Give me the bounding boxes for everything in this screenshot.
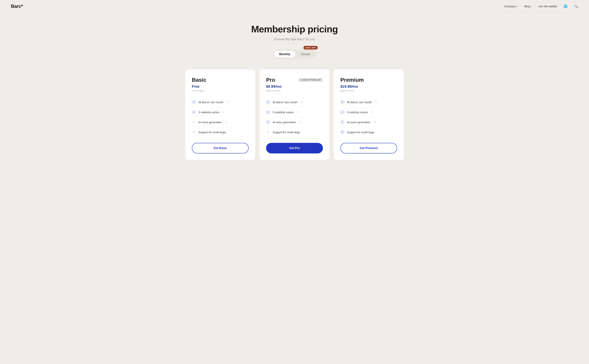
basic-plan-name: Basic [192, 77, 207, 83]
check-icon: ✓ [340, 110, 344, 114]
list-item: ✓ 5 celebrity voices ⓘ [192, 107, 249, 117]
basic-features-list: ✓ 5k Barcs* per month ⓘ ✓ 5 celebrity vo… [192, 97, 249, 137]
company-nav-link[interactable]: Company ▾ [504, 5, 518, 8]
check-icon: ✓ [340, 130, 344, 134]
check-icon: ✓ [266, 100, 270, 104]
join-waitlist-link[interactable]: Join the waitlist [538, 5, 557, 8]
premium-plan-name: Premium [340, 77, 364, 83]
list-item: ✓ 5 celebrity voices ⓘ [340, 107, 397, 117]
cross-icon: ✕ [192, 130, 196, 134]
check-icon: ✓ [340, 100, 344, 104]
check-icon: ✓ [192, 100, 196, 104]
navbar-right: Company ▾ Blog ▾ Join the waitlist 🌐 🔍 [504, 4, 578, 8]
info-icon: ⓘ [301, 100, 303, 104]
pro-price: $9.99/mo [266, 84, 323, 89]
list-item: ✓ 5k Barcs* per month ⓘ [266, 97, 323, 107]
pro-card-header: Pro ★ MOST POPULAR $9.99/mo billed month… [266, 77, 323, 92]
info-icon: ⓘ [225, 120, 227, 124]
company-chevron-icon: ▾ [517, 5, 518, 7]
premium-price-note: billed monthly [340, 89, 397, 92]
premium-price: $19.99/mo [340, 84, 397, 89]
list-item: ✕ AI voice generation ⓘ [192, 117, 249, 127]
info-icon: ⓘ [297, 110, 299, 114]
list-item: ✓ 5k Barcs* per month ⓘ [340, 97, 397, 107]
check-icon: ✓ [192, 110, 196, 114]
logo[interactable]: Barc* [11, 3, 23, 9]
basic-plan-card: Basic Free never billed ✓ 5k Barcs* per … [185, 70, 255, 160]
basic-price-note: never billed [192, 89, 249, 92]
search-icon[interactable]: 🔍 [574, 4, 578, 8]
list-item: ✓ AI voice generation ⓘ [340, 117, 397, 127]
most-popular-badge: ★ MOST POPULAR [298, 78, 323, 82]
page-title: Membership pricing [251, 24, 338, 35]
save-badge: SAVE 20% [304, 46, 318, 50]
list-item: ✕ Support for small dogs [266, 127, 323, 137]
annual-toggle[interactable]: Annual [296, 51, 315, 58]
list-item: ✕ Support for small dogs [192, 127, 249, 137]
basic-title-row: Basic [192, 77, 249, 83]
main-content: Membership pricing Choose the right Barc… [0, 13, 589, 175]
get-pro-button[interactable]: Get Pro [266, 143, 323, 153]
pro-price-note: billed monthly [266, 89, 323, 92]
star-icon: ★ [300, 79, 302, 81]
billing-toggle: Monthly Annual [273, 50, 316, 58]
navbar: Barc* Company ▾ Blog ▾ Join the waitlist… [0, 0, 589, 13]
list-item: ✓ AI voice generation ⓘ [266, 117, 323, 127]
monthly-toggle[interactable]: Monthly [274, 51, 295, 58]
pro-features-list: ✓ 5k Barcs* per month ⓘ ✓ 5 celebrity vo… [266, 97, 323, 137]
premium-title-row: Premium [340, 77, 397, 83]
info-icon: ⓘ [299, 120, 302, 124]
blog-nav-link[interactable]: Blog ▾ [524, 5, 532, 8]
check-icon: ✓ [266, 110, 270, 114]
info-icon: ⓘ [375, 100, 377, 104]
basic-card-header: Basic Free never billed [192, 77, 249, 92]
premium-card-header: Premium $19.99/mo billed monthly [340, 77, 397, 92]
list-item: ✓ 5k Barcs* per month ⓘ [192, 97, 249, 107]
pro-plan-name: Pro [266, 77, 275, 83]
info-icon: ⓘ [223, 110, 225, 114]
basic-price: Free [192, 84, 249, 89]
pro-title-row: Pro ★ MOST POPULAR [266, 77, 323, 83]
premium-plan-card: Premium $19.99/mo billed monthly ✓ 5k Ba… [334, 70, 404, 160]
get-basic-button[interactable]: Get Basic [192, 143, 249, 153]
info-icon: ⓘ [374, 120, 376, 124]
info-icon: ⓘ [227, 100, 229, 104]
pricing-cards-grid: Basic Free never billed ✓ 5k Barcs* per … [185, 70, 404, 160]
list-item: ✓ Support for small dogs [340, 127, 397, 137]
get-premium-button[interactable]: Get Premium [340, 143, 397, 153]
premium-features-list: ✓ 5k Barcs* per month ⓘ ✓ 5 celebrity vo… [340, 97, 397, 137]
cross-icon: ✕ [192, 120, 196, 124]
cross-icon: ✕ [266, 130, 270, 134]
billing-toggle-wrapper: SAVE 20% Monthly Annual [273, 50, 316, 58]
page-subtitle: Choose the right Barc* for you [274, 38, 315, 41]
check-icon: ✓ [340, 120, 344, 124]
pro-plan-card: Pro ★ MOST POPULAR $9.99/mo billed month… [259, 70, 330, 160]
blog-chevron-icon: ▾ [531, 5, 532, 7]
info-icon: ⓘ [371, 110, 374, 114]
list-item: ✓ 5 celebrity voices ⓘ [266, 107, 323, 117]
globe-icon[interactable]: 🌐 [563, 4, 568, 8]
check-icon: ✓ [266, 120, 270, 124]
